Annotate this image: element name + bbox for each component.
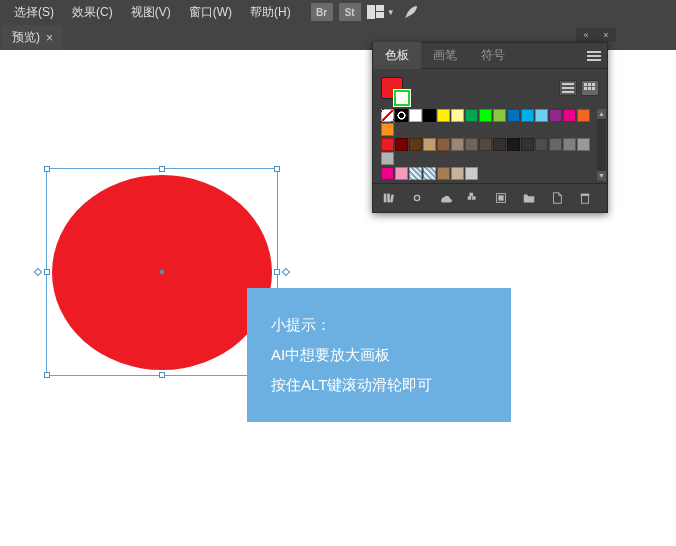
swatches-panel: 色板 画笔 符号 ▲ ▼: [372, 42, 608, 213]
stroke-color-preview[interactable]: [394, 90, 410, 106]
resize-handle-b[interactable]: [159, 372, 165, 378]
tab-brushes[interactable]: 画笔: [421, 42, 469, 69]
swatch[interactable]: [521, 138, 534, 151]
swatch[interactable]: [437, 109, 450, 122]
delete-swatch-button[interactable]: [577, 190, 593, 206]
swatch[interactable]: [479, 109, 492, 122]
swatch[interactable]: [563, 109, 576, 122]
swatch[interactable]: [535, 138, 548, 151]
svg-rect-20: [582, 195, 589, 203]
swatch[interactable]: [423, 109, 436, 122]
swatch[interactable]: [493, 109, 506, 122]
menu-window[interactable]: 窗口(W): [181, 1, 240, 24]
tab-swatches[interactable]: 色板: [373, 42, 421, 69]
tip-line3: 按住ALT键滚动滑轮即可: [271, 370, 487, 400]
resize-handle-r[interactable]: [274, 269, 280, 275]
swatch[interactable]: [465, 109, 478, 122]
swatch[interactable]: [535, 109, 548, 122]
swatch[interactable]: [381, 123, 394, 136]
svg-rect-17: [470, 193, 474, 197]
swatch[interactable]: [409, 167, 422, 180]
list-view-button[interactable]: [559, 80, 577, 96]
panel-menu-button[interactable]: [587, 51, 601, 61]
swatch[interactable]: [395, 167, 408, 180]
resize-handle-bl[interactable]: [44, 372, 50, 378]
swatch[interactable]: [507, 109, 520, 122]
scroll-down-button[interactable]: ▼: [597, 171, 606, 181]
fill-color-preview[interactable]: [381, 77, 403, 99]
swatch[interactable]: [577, 138, 590, 151]
new-page-button[interactable]: [549, 190, 565, 206]
swatch[interactable]: [409, 109, 422, 122]
svg-rect-7: [588, 83, 591, 86]
menu-help[interactable]: 帮助(H): [242, 1, 299, 24]
tab-close-button[interactable]: ×: [46, 31, 53, 45]
resize-handle-t[interactable]: [159, 166, 165, 172]
swatch[interactable]: [521, 109, 534, 122]
document-tab[interactable]: 预览) ×: [2, 25, 63, 50]
swatch[interactable]: [451, 109, 464, 122]
swatch[interactable]: [577, 109, 590, 122]
swatch[interactable]: [423, 138, 436, 151]
swatch[interactable]: [549, 109, 562, 122]
grid-icon: [584, 83, 596, 93]
swatch[interactable]: [437, 167, 450, 180]
new-color-group-button[interactable]: [465, 190, 481, 206]
svg-rect-3: [562, 83, 574, 85]
swatch-scrollbar[interactable]: ▲ ▼: [597, 109, 606, 181]
selection-bounding-box[interactable]: ↻: [46, 168, 278, 376]
menu-view[interactable]: 视图(V): [123, 1, 179, 24]
swatch[interactable]: [479, 138, 492, 151]
svg-rect-0: [367, 5, 375, 19]
swatch[interactable]: [465, 138, 478, 151]
swatch[interactable]: [395, 109, 408, 122]
resize-handle-l[interactable]: [44, 269, 50, 275]
swatch[interactable]: [451, 167, 464, 180]
grid-view-button[interactable]: [581, 80, 599, 96]
swatch[interactable]: [395, 138, 408, 151]
folder-button[interactable]: [521, 190, 537, 206]
svg-rect-12: [384, 194, 387, 203]
arrange-docs-button[interactable]: ▼: [367, 1, 395, 23]
stock-button[interactable]: St: [339, 3, 361, 21]
swatch[interactable]: [507, 138, 520, 151]
swatch-libraries-button[interactable]: [381, 190, 397, 206]
swatch-options-button[interactable]: [437, 190, 453, 206]
tip-line2: AI中想要放大画板: [271, 340, 487, 370]
svg-rect-9: [584, 87, 587, 90]
swatch[interactable]: [409, 138, 422, 151]
swatch[interactable]: [437, 138, 450, 151]
menu-effect[interactable]: 效果(C): [64, 1, 121, 24]
swatch[interactable]: [451, 138, 464, 151]
swatch[interactable]: [423, 167, 436, 180]
bridge-button[interactable]: Br: [311, 3, 333, 21]
feather-button[interactable]: [397, 1, 425, 23]
resize-handle-tr[interactable]: [274, 166, 280, 172]
swatch[interactable]: [549, 138, 562, 151]
tab-label: 预览): [12, 29, 40, 46]
swatch[interactable]: [381, 167, 394, 180]
resize-handle-tl[interactable]: [44, 166, 50, 172]
svg-rect-14: [390, 194, 394, 202]
swatch[interactable]: [381, 152, 394, 165]
tab-symbols[interactable]: 符号: [469, 42, 517, 69]
fill-stroke-preview: [373, 69, 607, 107]
swatch[interactable]: [465, 167, 478, 180]
scroll-up-button[interactable]: ▲: [597, 109, 606, 119]
svg-rect-10: [588, 87, 591, 90]
svg-rect-19: [498, 195, 503, 200]
panel-collapse-button[interactable]: «: [583, 30, 588, 40]
panel-close-button[interactable]: ×: [603, 30, 608, 40]
new-swatch-button[interactable]: [493, 190, 509, 206]
swatch[interactable]: [381, 109, 394, 122]
svg-rect-15: [468, 196, 472, 200]
chevron-down-icon: ▼: [387, 8, 395, 17]
menu-select[interactable]: 选择(S): [6, 1, 62, 24]
cloud-icon: [438, 191, 452, 205]
swatch[interactable]: [563, 138, 576, 151]
swatch-kinds-button[interactable]: [409, 190, 425, 206]
menubar: 选择(S) 效果(C) 视图(V) 窗口(W) 帮助(H) Br St ▼: [0, 0, 676, 24]
swatch[interactable]: [381, 138, 394, 151]
color-group-icon: [466, 191, 480, 205]
swatch[interactable]: [493, 138, 506, 151]
